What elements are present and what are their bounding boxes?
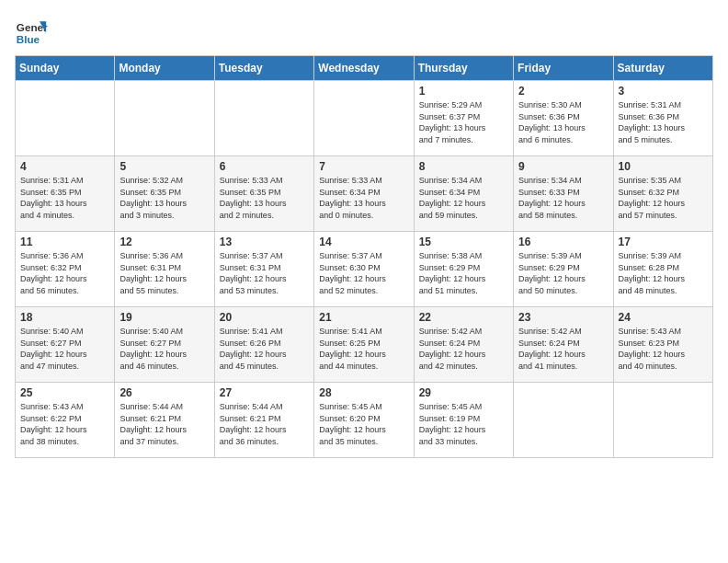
day-number: 10 bbox=[619, 160, 708, 173]
day-cell: 16Sunrise: 5:39 AM Sunset: 6:29 PM Dayli… bbox=[514, 232, 613, 307]
day-cell bbox=[214, 81, 313, 156]
day-cell: 18Sunrise: 5:40 AM Sunset: 6:27 PM Dayli… bbox=[16, 307, 115, 383]
day-info: Sunrise: 5:43 AM Sunset: 6:22 PM Dayligh… bbox=[20, 401, 109, 447]
week-row-4: 25Sunrise: 5:43 AM Sunset: 6:22 PM Dayli… bbox=[16, 383, 713, 458]
day-number: 26 bbox=[119, 386, 209, 399]
day-info: Sunrise: 5:38 AM Sunset: 6:29 PM Dayligh… bbox=[419, 250, 508, 296]
day-number: 13 bbox=[220, 236, 309, 248]
day-info: Sunrise: 5:41 AM Sunset: 6:25 PM Dayligh… bbox=[319, 326, 408, 372]
day-cell: 13Sunrise: 5:37 AM Sunset: 6:31 PM Dayli… bbox=[214, 232, 313, 307]
day-number: 20 bbox=[220, 311, 309, 324]
header-friday: Friday bbox=[514, 56, 613, 81]
day-cell: 24Sunrise: 5:43 AM Sunset: 6:23 PM Dayli… bbox=[613, 307, 712, 383]
day-info: Sunrise: 5:45 AM Sunset: 6:20 PM Dayligh… bbox=[319, 401, 408, 447]
header-wednesday: Wednesday bbox=[314, 56, 414, 81]
svg-text:Blue: Blue bbox=[17, 33, 40, 45]
day-cell: 6Sunrise: 5:33 AM Sunset: 6:35 PM Daylig… bbox=[214, 156, 313, 232]
day-number: 19 bbox=[119, 311, 209, 324]
day-number: 25 bbox=[20, 386, 109, 399]
day-cell: 3Sunrise: 5:31 AM Sunset: 6:36 PM Daylig… bbox=[613, 81, 712, 156]
day-cell: 19Sunrise: 5:40 AM Sunset: 6:27 PM Dayli… bbox=[115, 307, 214, 383]
day-info: Sunrise: 5:40 AM Sunset: 6:27 PM Dayligh… bbox=[119, 326, 209, 372]
day-number: 16 bbox=[518, 236, 608, 248]
day-info: Sunrise: 5:29 AM Sunset: 6:37 PM Dayligh… bbox=[419, 99, 508, 145]
day-info: Sunrise: 5:39 AM Sunset: 6:28 PM Dayligh… bbox=[619, 250, 708, 296]
days-header-row: SundayMondayTuesdayWednesdayThursdayFrid… bbox=[16, 56, 713, 81]
day-cell: 1Sunrise: 5:29 AM Sunset: 6:37 PM Daylig… bbox=[414, 81, 513, 156]
day-info: Sunrise: 5:44 AM Sunset: 6:21 PM Dayligh… bbox=[119, 401, 209, 447]
day-cell: 29Sunrise: 5:45 AM Sunset: 6:19 PM Dayli… bbox=[414, 383, 513, 458]
week-row-3: 18Sunrise: 5:40 AM Sunset: 6:27 PM Dayli… bbox=[16, 307, 713, 383]
day-number: 7 bbox=[319, 160, 408, 173]
day-number: 4 bbox=[20, 160, 109, 173]
day-number: 27 bbox=[220, 386, 309, 399]
day-number: 29 bbox=[419, 386, 508, 399]
day-cell: 23Sunrise: 5:42 AM Sunset: 6:24 PM Dayli… bbox=[514, 307, 613, 383]
day-info: Sunrise: 5:41 AM Sunset: 6:26 PM Dayligh… bbox=[220, 326, 309, 372]
day-cell: 10Sunrise: 5:35 AM Sunset: 6:32 PM Dayli… bbox=[613, 156, 712, 232]
day-info: Sunrise: 5:32 AM Sunset: 6:35 PM Dayligh… bbox=[119, 175, 209, 221]
day-info: Sunrise: 5:33 AM Sunset: 6:35 PM Dayligh… bbox=[220, 175, 309, 221]
day-info: Sunrise: 5:39 AM Sunset: 6:29 PM Dayligh… bbox=[518, 250, 608, 296]
day-cell: 8Sunrise: 5:34 AM Sunset: 6:34 PM Daylig… bbox=[414, 156, 513, 232]
day-number: 8 bbox=[419, 160, 508, 173]
week-row-1: 4Sunrise: 5:31 AM Sunset: 6:35 PM Daylig… bbox=[16, 156, 713, 232]
day-number: 24 bbox=[619, 311, 708, 324]
day-number: 2 bbox=[518, 85, 608, 98]
day-number: 23 bbox=[518, 311, 608, 324]
day-number: 21 bbox=[319, 311, 408, 324]
logo: General Blue bbox=[15, 15, 48, 48]
day-cell: 14Sunrise: 5:37 AM Sunset: 6:30 PM Dayli… bbox=[314, 232, 414, 307]
day-number: 17 bbox=[619, 236, 708, 248]
calendar-table: SundayMondayTuesdayWednesdayThursdayFrid… bbox=[15, 55, 713, 458]
day-cell: 7Sunrise: 5:33 AM Sunset: 6:34 PM Daylig… bbox=[314, 156, 414, 232]
day-info: Sunrise: 5:37 AM Sunset: 6:30 PM Dayligh… bbox=[319, 250, 408, 296]
day-cell bbox=[613, 383, 712, 458]
day-info: Sunrise: 5:34 AM Sunset: 6:34 PM Dayligh… bbox=[419, 175, 508, 221]
day-info: Sunrise: 5:35 AM Sunset: 6:32 PM Dayligh… bbox=[619, 175, 708, 221]
header-thursday: Thursday bbox=[414, 56, 513, 81]
header-saturday: Saturday bbox=[613, 56, 712, 81]
day-info: Sunrise: 5:42 AM Sunset: 6:24 PM Dayligh… bbox=[518, 326, 608, 372]
day-info: Sunrise: 5:34 AM Sunset: 6:33 PM Dayligh… bbox=[518, 175, 608, 221]
day-cell: 20Sunrise: 5:41 AM Sunset: 6:26 PM Dayli… bbox=[214, 307, 313, 383]
day-cell: 12Sunrise: 5:36 AM Sunset: 6:31 PM Dayli… bbox=[115, 232, 214, 307]
header-monday: Monday bbox=[115, 56, 214, 81]
day-cell: 25Sunrise: 5:43 AM Sunset: 6:22 PM Dayli… bbox=[16, 383, 115, 458]
day-info: Sunrise: 5:30 AM Sunset: 6:36 PM Dayligh… bbox=[518, 99, 608, 145]
day-cell: 9Sunrise: 5:34 AM Sunset: 6:33 PM Daylig… bbox=[514, 156, 613, 232]
day-info: Sunrise: 5:36 AM Sunset: 6:31 PM Dayligh… bbox=[119, 250, 209, 296]
day-number: 1 bbox=[419, 85, 508, 98]
day-cell: 26Sunrise: 5:44 AM Sunset: 6:21 PM Dayli… bbox=[115, 383, 214, 458]
day-number: 5 bbox=[119, 160, 209, 173]
day-info: Sunrise: 5:36 AM Sunset: 6:32 PM Dayligh… bbox=[20, 250, 109, 296]
page-header: General Blue bbox=[15, 15, 713, 48]
day-number: 11 bbox=[20, 236, 109, 248]
day-cell bbox=[514, 383, 613, 458]
day-info: Sunrise: 5:40 AM Sunset: 6:27 PM Dayligh… bbox=[20, 326, 109, 372]
day-cell: 5Sunrise: 5:32 AM Sunset: 6:35 PM Daylig… bbox=[115, 156, 214, 232]
day-cell: 21Sunrise: 5:41 AM Sunset: 6:25 PM Dayli… bbox=[314, 307, 414, 383]
day-cell bbox=[314, 81, 414, 156]
day-number: 15 bbox=[419, 236, 508, 248]
day-number: 12 bbox=[119, 236, 209, 248]
day-cell: 4Sunrise: 5:31 AM Sunset: 6:35 PM Daylig… bbox=[16, 156, 115, 232]
day-info: Sunrise: 5:43 AM Sunset: 6:23 PM Dayligh… bbox=[619, 326, 708, 372]
day-number: 9 bbox=[518, 160, 608, 173]
day-cell: 2Sunrise: 5:30 AM Sunset: 6:36 PM Daylig… bbox=[514, 81, 613, 156]
day-number: 18 bbox=[20, 311, 109, 324]
day-cell: 27Sunrise: 5:44 AM Sunset: 6:21 PM Dayli… bbox=[214, 383, 313, 458]
header-tuesday: Tuesday bbox=[214, 56, 313, 81]
week-row-2: 11Sunrise: 5:36 AM Sunset: 6:32 PM Dayli… bbox=[16, 232, 713, 307]
day-info: Sunrise: 5:33 AM Sunset: 6:34 PM Dayligh… bbox=[319, 175, 408, 221]
day-number: 3 bbox=[619, 85, 708, 98]
day-number: 28 bbox=[319, 386, 408, 399]
day-info: Sunrise: 5:44 AM Sunset: 6:21 PM Dayligh… bbox=[220, 401, 309, 447]
day-info: Sunrise: 5:45 AM Sunset: 6:19 PM Dayligh… bbox=[419, 401, 508, 447]
day-info: Sunrise: 5:42 AM Sunset: 6:24 PM Dayligh… bbox=[419, 326, 508, 372]
day-number: 22 bbox=[419, 311, 508, 324]
day-cell bbox=[16, 81, 115, 156]
day-cell: 11Sunrise: 5:36 AM Sunset: 6:32 PM Dayli… bbox=[16, 232, 115, 307]
day-info: Sunrise: 5:31 AM Sunset: 6:36 PM Dayligh… bbox=[619, 99, 708, 145]
logo-icon: General Blue bbox=[15, 15, 48, 48]
